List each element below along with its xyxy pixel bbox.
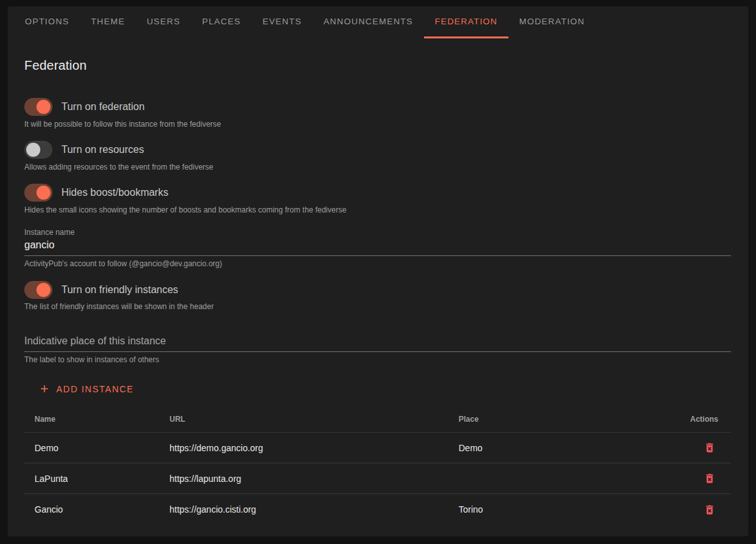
tab-moderation[interactable]: MODERATION	[508, 6, 596, 38]
instance-place-cell: Torino	[448, 504, 673, 515]
tab-federation[interactable]: FEDERATION	[424, 6, 508, 38]
friendly-instances-switch-label[interactable]: Turn on friendly instances	[61, 284, 178, 296]
trash-delete-forever-icon	[704, 508, 716, 518]
instance-place-cell: Demo	[448, 443, 673, 453]
switch-thumb	[36, 186, 51, 200]
instance-place-field-group: The label to show in instances of others	[24, 333, 731, 364]
instance-row: Demo https://demo.gancio.org Demo	[24, 433, 731, 463]
column-header-url: URL	[159, 415, 448, 424]
hide-boost-switch-hint: Hides the small icons showing the number…	[24, 205, 731, 214]
instance-place-input[interactable]	[24, 333, 731, 352]
friendly-instances-switch[interactable]	[24, 281, 52, 299]
instance-name-hint: ActivityPub's account to follow (@gancio…	[24, 259, 731, 268]
column-header-name: Name	[24, 415, 159, 424]
trash-delete-forever-icon	[704, 477, 716, 486]
friendly-instances-switch-hint: The list of friendly instances will be s…	[24, 302, 731, 311]
instances-table-header: Name URL Place Actions	[24, 406, 731, 433]
instance-row: Gancio https://gancio.cisti.org Torino	[24, 494, 731, 525]
tab-places[interactable]: PLACES	[191, 6, 251, 38]
federation-toggle-group: Turn on federation It will be possible t…	[24, 98, 731, 129]
tab-users[interactable]: USERS	[136, 6, 191, 38]
instance-name-cell: LaPunta	[24, 474, 159, 484]
instance-name-label: Instance name	[24, 228, 731, 237]
friendly-toggle-group: Turn on friendly instances The list of f…	[24, 281, 731, 311]
federation-switch-hint: It will be possible to follow this insta…	[24, 120, 731, 129]
tab-options[interactable]: OPTIONS	[14, 6, 80, 38]
admin-panel: OPTIONS THEME USERS PLACES EVENTS ANNOUN…	[8, 6, 748, 536]
tab-announcements[interactable]: ANNOUNCEMENTS	[313, 6, 424, 38]
page-title: Federation	[24, 58, 731, 73]
tab-theme[interactable]: THEME	[80, 6, 136, 38]
resources-switch-label[interactable]: Turn on resources	[61, 144, 144, 156]
switch-thumb	[36, 283, 51, 297]
trash-delete-forever-icon	[704, 446, 716, 456]
instance-url-cell: https://demo.gancio.org	[159, 443, 448, 453]
delete-instance-button[interactable]	[701, 439, 718, 456]
instance-url-cell: https://lapunta.org	[159, 474, 448, 484]
tab-events[interactable]: EVENTS	[251, 6, 312, 38]
add-instance-button-label: ADD INSTANCE	[56, 384, 134, 394]
resources-switch[interactable]	[24, 141, 52, 159]
boost-toggle-group: Hides boost/bookmarks Hides the small ic…	[24, 184, 731, 214]
resources-switch-hint: Allows adding resources to the event fro…	[24, 163, 731, 172]
instance-name-cell: Demo	[24, 443, 159, 453]
instance-url-cell: https://gancio.cisti.org	[159, 504, 448, 515]
resources-toggle-group: Turn on resources Allows adding resource…	[24, 141, 731, 172]
federation-switch-label[interactable]: Turn on federation	[61, 101, 145, 113]
instances-table: Name URL Place Actions Demo https://demo…	[24, 406, 731, 525]
add-instance-button[interactable]: ADD INSTANCE	[37, 380, 135, 397]
instance-name-field-group: Instance name ActivityPub's account to f…	[24, 228, 731, 268]
delete-instance-button[interactable]	[701, 501, 718, 518]
instance-place-hint: The label to show in instances of others	[24, 355, 731, 364]
instance-row: LaPunta https://lapunta.org	[24, 463, 731, 494]
column-header-place: Place	[448, 415, 673, 424]
switch-thumb	[36, 100, 51, 114]
federation-switch[interactable]	[24, 98, 52, 116]
admin-tabs: OPTIONS THEME USERS PLACES EVENTS ANNOUN…	[8, 6, 748, 38]
plus-icon	[38, 383, 51, 395]
delete-instance-button[interactable]	[701, 470, 718, 487]
hide-boost-switch-label[interactable]: Hides boost/bookmarks	[61, 187, 168, 198]
hide-boost-switch[interactable]	[24, 184, 52, 202]
switch-thumb	[26, 143, 40, 157]
instance-name-cell: Gancio	[24, 504, 159, 515]
instance-name-input[interactable]	[24, 237, 731, 256]
column-header-actions: Actions	[673, 415, 731, 424]
federation-settings: Federation Turn on federation It will be…	[8, 58, 748, 525]
